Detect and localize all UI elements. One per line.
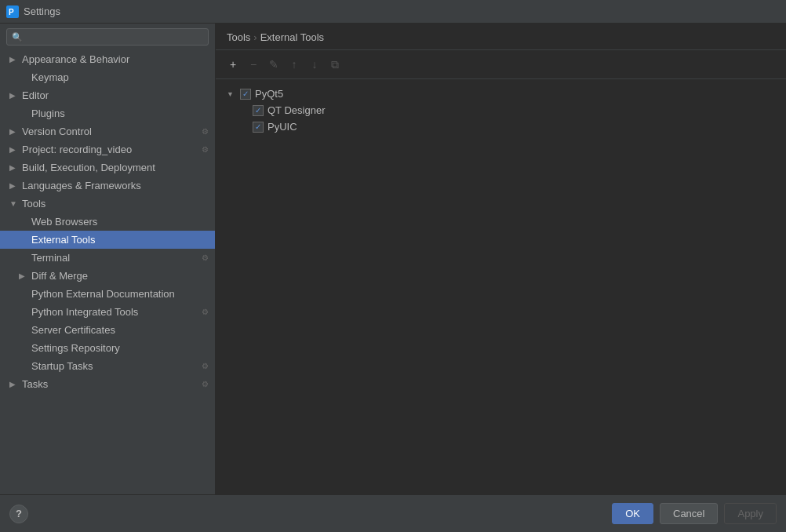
sidebar-item-web-browsers[interactable]: Web Browsers — [0, 213, 215, 231]
sidebar-item-label: Terminal — [31, 252, 70, 264]
sidebar-item-external-tools[interactable]: External Tools — [0, 231, 215, 249]
help-button[interactable]: ? — [9, 505, 28, 523]
tree-item-label: PyQt5 — [255, 88, 283, 100]
expand-arrow — [9, 380, 20, 388]
settings-icon: ⚙ — [202, 127, 209, 136]
settings-icon: ⚙ — [202, 380, 209, 388]
search-icon: 🔍 — [12, 32, 23, 42]
sidebar-item-version-control[interactable]: Version Control⚙ — [0, 122, 215, 140]
tree-checkbox[interactable] — [240, 89, 251, 100]
sidebar-list: Appearance & BehaviorKeymapEditorPlugins… — [0, 50, 215, 393]
tree-expand-arrow — [227, 90, 238, 98]
sidebar-item-server-certs[interactable]: Server Certificates — [0, 321, 215, 339]
sidebar-item-appearance[interactable]: Appearance & Behavior — [0, 50, 215, 68]
svg-text:P: P — [9, 8, 14, 16]
search-input[interactable] — [26, 31, 203, 42]
sidebar-item-label: Web Browsers — [31, 216, 97, 228]
sidebar-item-label: External Tools — [31, 234, 95, 246]
breadcrumb: Tools › External Tools — [216, 24, 786, 50]
tree-item-label: PyUIC — [267, 121, 297, 133]
sidebar-item-label: Languages & Frameworks — [22, 180, 141, 191]
sidebar-item-plugins[interactable]: Plugins — [0, 104, 215, 122]
sidebar-item-label: Settings Repository — [31, 342, 120, 354]
sidebar-item-label: Editor — [22, 89, 49, 101]
bottom-left: ? — [9, 505, 28, 523]
apply-button[interactable]: Apply — [724, 503, 777, 524]
settings-icon: ⚙ — [202, 308, 209, 316]
sidebar-item-build[interactable]: Build, Execution, Deployment — [0, 159, 215, 177]
breadcrumb-separator: › — [253, 31, 257, 43]
sidebar-item-label: Tools — [22, 198, 45, 210]
sidebar-item-keymap[interactable]: Keymap — [0, 68, 215, 86]
sidebar-item-label: Plugins — [31, 107, 65, 119]
move-down-button[interactable]: ↓ — [305, 55, 324, 74]
sidebar: 🔍 Appearance & BehaviorKeymapEditorPlugi… — [0, 24, 216, 494]
tree-checkbox[interactable] — [253, 105, 264, 116]
breadcrumb-parent: Tools — [227, 31, 250, 43]
sidebar-item-project[interactable]: Project: recording_video⚙ — [0, 140, 215, 159]
settings-icon: ⚙ — [202, 362, 209, 370]
expand-arrow — [19, 271, 30, 280]
settings-icon: ⚙ — [202, 253, 209, 262]
expand-arrow — [9, 163, 20, 172]
expand-arrow — [9, 199, 20, 208]
sidebar-item-terminal[interactable]: Terminal⚙ — [0, 249, 215, 267]
expand-arrow — [9, 55, 20, 64]
toolbar: + − ✎ ↑ ↓ ⧉ — [216, 50, 786, 79]
settings-icon: ⚙ — [202, 145, 209, 154]
sidebar-item-label: Appearance & Behavior — [22, 53, 129, 65]
sidebar-item-label: Version Control — [22, 126, 92, 137]
main-container: 🔍 Appearance & BehaviorKeymapEditorPlugi… — [0, 24, 786, 494]
sidebar-item-diff-merge[interactable]: Diff & Merge — [0, 267, 215, 285]
bottom-bar: ? OK Cancel Apply — [0, 494, 786, 532]
app-icon: P — [6, 5, 19, 18]
cancel-button[interactable]: Cancel — [660, 503, 718, 524]
sidebar-item-label: Build, Execution, Deployment — [22, 162, 155, 173]
move-up-button[interactable]: ↑ — [285, 55, 304, 74]
tree-item-pyuic[interactable]: PyUIC — [224, 118, 778, 135]
sidebar-item-python-ext-docs[interactable]: Python External Documentation — [0, 285, 215, 303]
tree-area: PyQt5QT DesignerPyUIC — [216, 79, 786, 494]
sidebar-item-label: Server Certificates — [31, 324, 115, 336]
sidebar-item-languages[interactable]: Languages & Frameworks — [0, 177, 215, 195]
sidebar-item-tasks[interactable]: Tasks⚙ — [0, 375, 215, 393]
sidebar-item-settings-repo[interactable]: Settings Repository — [0, 339, 215, 357]
tree-item-qt-designer[interactable]: QT Designer — [224, 102, 778, 118]
tree-item-label: QT Designer — [267, 104, 325, 116]
expand-arrow — [9, 127, 20, 136]
sidebar-item-label: Python External Documentation — [31, 288, 175, 300]
edit-button[interactable]: ✎ — [264, 55, 283, 74]
content-area: Tools › External Tools + − ✎ ↑ ↓ ⧉ PyQt5… — [216, 24, 786, 494]
sidebar-item-startup-tasks[interactable]: Startup Tasks⚙ — [0, 357, 215, 375]
sidebar-item-python-integrated[interactable]: Python Integrated Tools⚙ — [0, 303, 215, 321]
tree-list: PyQt5QT DesignerPyUIC — [224, 86, 778, 135]
sidebar-item-label: Keymap — [31, 71, 69, 83]
tree-item-pyqt5[interactable]: PyQt5 — [224, 86, 778, 102]
expand-arrow — [9, 91, 20, 100]
breadcrumb-current: External Tools — [260, 31, 324, 43]
sidebar-item-tools[interactable]: Tools — [0, 195, 215, 213]
sidebar-item-label: Startup Tasks — [31, 360, 93, 372]
copy-button[interactable]: ⧉ — [326, 55, 344, 74]
add-button[interactable]: + — [224, 55, 242, 74]
sidebar-item-label: Python Integrated Tools — [31, 306, 138, 318]
sidebar-item-label: Diff & Merge — [31, 270, 88, 282]
expand-arrow — [9, 181, 20, 190]
sidebar-item-label: Project: recording_video — [22, 144, 132, 155]
ok-button[interactable]: OK — [612, 503, 653, 524]
sidebar-item-label: Tasks — [22, 378, 48, 390]
window-title: Settings — [24, 5, 60, 17]
remove-button[interactable]: − — [244, 55, 263, 74]
title-bar: P Settings — [0, 0, 786, 24]
tree-checkbox[interactable] — [253, 122, 264, 133]
search-box[interactable]: 🔍 — [6, 28, 209, 46]
expand-arrow — [9, 145, 20, 154]
sidebar-item-editor[interactable]: Editor — [0, 86, 215, 104]
